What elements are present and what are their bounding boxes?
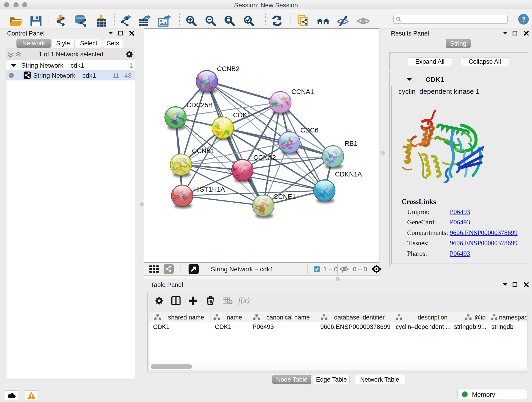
- svg-text:HIST1H1A: HIST1H1A: [193, 186, 225, 193]
- svg-text:CCNB2: CCNB2: [217, 65, 239, 72]
- svg-text:CCNB1: CCNB1: [192, 147, 215, 154]
- svg-text:CDK1: CDK1: [233, 111, 251, 119]
- svg-text:CCNA1: CCNA1: [291, 88, 314, 95]
- svg-text:CCNA2: CCNA2: [253, 154, 276, 161]
- svg-text:RB1: RB1: [345, 140, 357, 147]
- svg-text:CCNE1: CCNE1: [273, 193, 296, 200]
- svg-text:CDC25B: CDC25B: [186, 101, 213, 109]
- svg-text:CDC6: CDC6: [300, 127, 318, 134]
- svg-text:CDKN1A: CDKN1A: [335, 171, 362, 178]
